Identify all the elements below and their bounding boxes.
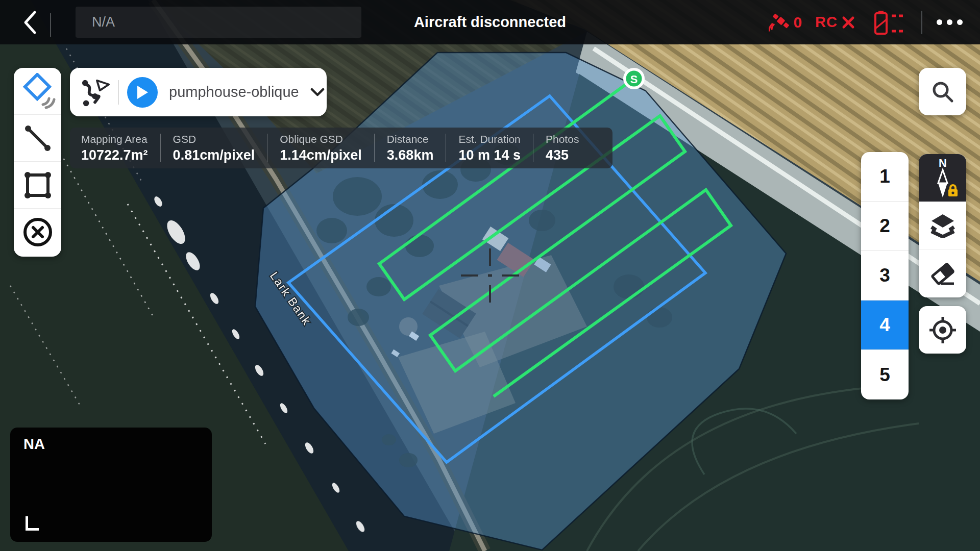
map-layers-button[interactable] <box>919 202 966 250</box>
mission-panel-divider <box>118 80 119 105</box>
stat-label: GSD <box>173 134 255 144</box>
start-marker[interactable]: S <box>623 68 645 89</box>
waypoint-item-5[interactable]: 5 <box>861 350 909 399</box>
rc-disconnected-x-icon <box>842 16 855 29</box>
expand-corner-icon <box>26 516 39 531</box>
search-icon <box>930 80 955 104</box>
satellite-icon <box>769 12 790 33</box>
layers-icon <box>929 213 956 238</box>
waypoint-item-1[interactable]: 1 <box>861 152 909 202</box>
waypoint-item-4[interactable]: 4 <box>861 300 909 350</box>
mission-stats-bar: Mapping Area 10722.7m² GSD 0.81cm/pixel … <box>70 128 612 168</box>
stat-label: Oblique GSD <box>280 134 362 144</box>
dot-icon <box>947 19 952 25</box>
back-icon <box>23 10 37 35</box>
tool-rectangle[interactable] <box>14 162 61 209</box>
lock-icon <box>948 185 958 196</box>
waypoint-number-list: 1 2 3 4 5 <box>861 152 909 399</box>
battery-status <box>872 9 906 36</box>
battery-unknown-icon <box>872 9 906 36</box>
stat-distance: Distance 3.68km <box>375 134 447 162</box>
waypoint-item-3[interactable]: 3 <box>861 251 909 300</box>
mission-route-icon <box>80 77 112 108</box>
topbar-divider-right <box>921 11 922 34</box>
stat-value: 1.14cm/pixel <box>280 148 362 162</box>
cancel-circle-x-icon <box>22 216 54 248</box>
topbar-divider <box>50 13 51 37</box>
compass-north-lock-button[interactable]: N <box>919 154 966 202</box>
compass-north-label: N <box>939 157 947 169</box>
top-status-bar: N/A Aircraft disconnected 0 <box>0 0 980 44</box>
stat-value: 3.68km <box>387 148 434 162</box>
line-path-icon <box>22 123 53 154</box>
stat-value: 0.81cm/pixel <box>173 148 255 162</box>
back-button[interactable] <box>17 9 43 36</box>
map-search-button[interactable] <box>919 68 966 115</box>
mission-panel: pumphouse-oblique <box>70 68 327 116</box>
rc-status: RC <box>815 14 855 31</box>
stat-oblique-gsd: Oblique GSD 1.14cm/pixel <box>267 134 375 162</box>
app-screen: Lark Bank S N/A Aircraft disconnected <box>0 0 980 551</box>
camera-feed-status: NA <box>23 436 45 453</box>
compass-icon: N <box>925 156 961 199</box>
stat-label: Photos <box>546 134 579 144</box>
start-mission-button[interactable] <box>127 77 158 108</box>
camera-feed-preview[interactable]: NA <box>10 428 212 542</box>
stat-mapping-area: Mapping Area 10722.7m² <box>70 134 161 162</box>
stat-value: 10 m 14 s <box>458 148 521 162</box>
satellite-count: 0 <box>793 14 802 31</box>
satellite-status: 0 <box>769 12 802 33</box>
stat-value: 435 <box>546 148 579 162</box>
map-eraser-button[interactable] <box>919 249 966 297</box>
diamond-area-icon <box>19 73 56 110</box>
more-menu-button[interactable] <box>935 14 965 30</box>
dot-icon <box>957 19 963 25</box>
tool-cancel[interactable] <box>14 209 61 256</box>
eraser-icon <box>929 261 956 286</box>
tool-area-mapping[interactable] <box>14 68 61 115</box>
locate-crosshair-icon <box>928 316 957 344</box>
rectangle-corners-icon <box>22 169 54 201</box>
stat-duration: Est. Duration 10 m 14 s <box>446 134 533 162</box>
play-icon <box>136 85 149 100</box>
chevron-down-icon <box>310 88 325 97</box>
rc-label: RC <box>815 14 838 31</box>
stat-label: Mapping Area <box>81 134 148 144</box>
start-marker-label: S <box>630 73 638 86</box>
tool-linear-path[interactable] <box>14 115 61 162</box>
map-tools-rail: N <box>919 154 966 297</box>
mission-name-field[interactable]: N/A <box>76 7 361 38</box>
stat-photos: Photos 435 <box>533 134 591 162</box>
locate-me-button[interactable] <box>919 306 966 354</box>
stat-label: Distance <box>387 134 434 144</box>
waypoint-item-2[interactable]: 2 <box>861 202 909 251</box>
stat-label: Est. Duration <box>458 134 521 144</box>
stat-value: 10722.7m² <box>81 148 148 162</box>
dot-icon <box>937 19 942 25</box>
mission-selector[interactable]: pumphouse-oblique <box>169 84 299 101</box>
draw-tool-rail <box>14 68 61 257</box>
stat-gsd: GSD 0.81cm/pixel <box>161 134 268 162</box>
